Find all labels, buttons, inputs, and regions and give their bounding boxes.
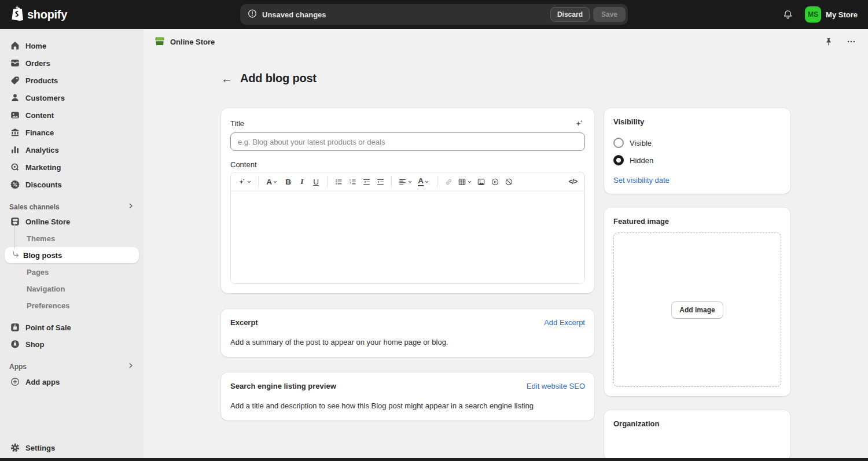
sidebar-item-label: Orders bbox=[25, 59, 50, 68]
video-tool-icon[interactable] bbox=[488, 175, 502, 189]
excerpt-title: Excerpt bbox=[230, 318, 258, 327]
more-options-icon[interactable] bbox=[845, 35, 858, 48]
rich-text-editor: A B I U bbox=[230, 172, 585, 284]
add-excerpt-link[interactable]: Add Excerpt bbox=[544, 318, 585, 327]
store-menu[interactable]: MS My Store bbox=[805, 6, 858, 23]
nav-tree-connector bbox=[14, 223, 15, 249]
sidebar-item-blog-posts[interactable]: Blog posts bbox=[5, 247, 139, 263]
code-tool-icon[interactable]: </> bbox=[566, 175, 580, 189]
text-color-tool-icon[interactable]: A bbox=[414, 175, 433, 189]
sidebar-item-point-of-sale[interactable]: Point of Sale bbox=[5, 319, 139, 335]
shopify-logo[interactable]: shopify bbox=[10, 6, 67, 23]
shopify-bag-icon bbox=[10, 6, 24, 23]
featured-image-title: Featured image bbox=[613, 217, 781, 226]
edit-website-seo-link[interactable]: Edit website SEO bbox=[527, 382, 585, 390]
chevron-right-icon bbox=[127, 202, 134, 211]
clear-formatting-tool-icon[interactable] bbox=[502, 175, 516, 189]
sidebar-item-finance[interactable]: Finance bbox=[5, 124, 139, 141]
storefront-icon bbox=[9, 216, 21, 227]
sidebar-item-settings[interactable]: Settings bbox=[5, 440, 139, 456]
sidebar-item-label: Marketing bbox=[25, 163, 61, 172]
sidebar: Home Orders Products Customers Content F… bbox=[0, 29, 144, 461]
bullet-list-tool-icon[interactable] bbox=[332, 175, 345, 189]
pin-icon[interactable] bbox=[823, 36, 834, 47]
title-label: Title bbox=[230, 119, 244, 128]
sidebar-item-label: Finance bbox=[25, 128, 54, 137]
outdent-tool-icon[interactable] bbox=[359, 175, 373, 189]
chevron-right-icon bbox=[127, 362, 134, 371]
ai-sparkle-icon[interactable] bbox=[573, 117, 585, 130]
sidebar-item-shop[interactable]: Shop bbox=[5, 336, 139, 352]
table-tool-icon[interactable] bbox=[455, 175, 474, 189]
visibility-card: Visibility Visible Hidden Set visibility… bbox=[604, 108, 790, 194]
banner-message: Unsaved changes bbox=[262, 10, 326, 19]
excerpt-description: Add a summary of the post to appear on y… bbox=[230, 337, 585, 348]
sidebar-item-content[interactable]: Content bbox=[5, 107, 139, 123]
sidebar-item-themes[interactable]: Themes bbox=[5, 230, 139, 246]
toolbar-divider bbox=[437, 176, 437, 187]
sidebar-item-discounts[interactable]: Discounts bbox=[5, 176, 139, 193]
image-tool-icon[interactable] bbox=[474, 175, 488, 189]
seo-description: Add a title and description to see how t… bbox=[230, 401, 585, 411]
save-button[interactable]: Save bbox=[593, 7, 626, 22]
back-arrow-icon[interactable]: ← bbox=[221, 73, 233, 84]
italic-tool-icon[interactable]: I bbox=[295, 175, 309, 189]
sales-channels-header[interactable]: Sales channels bbox=[9, 202, 134, 211]
content-label: Content bbox=[230, 160, 585, 169]
title-input[interactable] bbox=[230, 132, 585, 151]
content-editor-area[interactable] bbox=[231, 191, 584, 283]
discount-badge-icon bbox=[9, 179, 21, 190]
sidebar-item-marketing[interactable]: Marketing bbox=[5, 159, 139, 175]
target-icon bbox=[9, 161, 21, 173]
organization-card: Organization bbox=[604, 410, 790, 460]
sidebar-item-label: Add apps bbox=[25, 378, 60, 386]
notifications-bell-icon[interactable] bbox=[781, 8, 795, 21]
editor-toolbar: A B I U bbox=[231, 172, 584, 191]
toolbar-divider bbox=[327, 176, 328, 187]
sidebar-item-add-apps[interactable]: Add apps bbox=[5, 374, 139, 390]
sidebar-item-label: Online Store bbox=[25, 217, 70, 226]
excerpt-card: Excerpt Add Excerpt Add a summary of the… bbox=[221, 309, 594, 357]
branch-arrow-icon bbox=[12, 250, 20, 260]
sidebar-item-label: Discounts bbox=[25, 180, 62, 189]
apps-header[interactable]: Apps bbox=[9, 362, 134, 371]
underline-tool-icon[interactable]: U bbox=[309, 175, 323, 189]
store-name: My Store bbox=[826, 10, 858, 19]
sidebar-item-home[interactable]: Home bbox=[5, 38, 139, 54]
alignment-tool-icon[interactable] bbox=[396, 175, 414, 189]
sidebar-item-pages[interactable]: Pages bbox=[5, 264, 139, 280]
image-dropzone[interactable]: Add image bbox=[613, 233, 781, 387]
indent-tool-icon[interactable] bbox=[373, 175, 387, 189]
featured-image-card: Featured image Add image bbox=[604, 208, 790, 396]
visibility-option-hidden[interactable]: Hidden bbox=[613, 155, 781, 165]
bank-icon bbox=[9, 127, 21, 138]
sidebar-item-products[interactable]: Products bbox=[5, 72, 139, 88]
add-image-button[interactable]: Add image bbox=[671, 301, 723, 319]
organization-title: Organization bbox=[613, 419, 781, 428]
channel-subheader: Online Store bbox=[144, 29, 868, 54]
sidebar-item-analytics[interactable]: Analytics bbox=[5, 142, 139, 158]
store-avatar: MS bbox=[805, 6, 821, 23]
gear-icon bbox=[9, 442, 21, 453]
set-visibility-date-link[interactable]: Set visibility date bbox=[613, 176, 670, 185]
sidebar-item-orders[interactable]: Orders bbox=[5, 55, 139, 71]
sidebar-item-navigation[interactable]: Navigation bbox=[5, 281, 139, 297]
sidebar-item-customers[interactable]: Customers bbox=[5, 90, 139, 106]
text-style-tool-icon[interactable]: A bbox=[263, 175, 281, 189]
numbered-list-tool-icon[interactable] bbox=[345, 175, 359, 189]
main-area: Online Store ← Add blog post Title bbox=[144, 29, 868, 461]
sidebar-item-preferences[interactable]: Preferences bbox=[5, 297, 139, 314]
seo-title: Search engine listing preview bbox=[230, 382, 336, 390]
discard-button[interactable]: Discard bbox=[550, 7, 590, 22]
circle-plus-icon bbox=[9, 376, 21, 388]
bold-tool-icon[interactable]: B bbox=[281, 175, 295, 189]
ai-sparkle-tool-icon[interactable] bbox=[236, 175, 254, 189]
visibility-option-visible[interactable]: Visible bbox=[613, 138, 781, 148]
link-tool-icon[interactable] bbox=[442, 175, 455, 189]
online-store-channel-icon bbox=[154, 35, 165, 49]
sidebar-item-label: Shop bbox=[25, 340, 45, 349]
person-icon bbox=[9, 92, 21, 104]
point-of-sale-icon bbox=[9, 322, 21, 333]
sidebar-item-online-store[interactable]: Online Store bbox=[5, 213, 139, 230]
unsaved-changes-banner: Unsaved changes Discard Save bbox=[240, 4, 628, 25]
